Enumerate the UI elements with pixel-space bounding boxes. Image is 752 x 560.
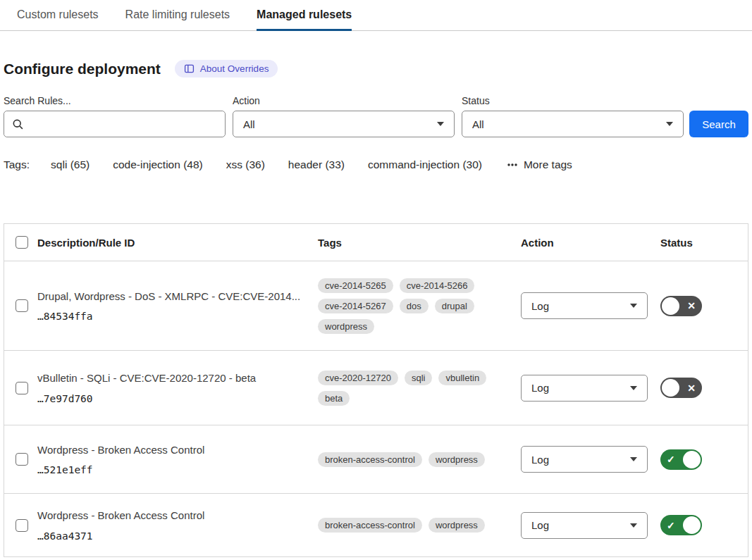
more-tags-button[interactable]: More tags — [507, 158, 572, 171]
chevron-down-icon — [630, 457, 637, 461]
chevron-down-icon — [666, 122, 673, 126]
col-header-tags: Tags — [318, 237, 521, 249]
tag-pill: broken-access-control — [318, 452, 422, 467]
rule-id: …521e1eff — [37, 464, 304, 475]
tag-pill: broken-access-control — [318, 518, 422, 533]
rule-tags: cve-2014-5265 cve-2014-5266 cve-2014-526… — [318, 278, 521, 334]
tags-bar: Tags: sqli (65) code-injection (48) xss … — [4, 158, 748, 171]
tab-rate-limiting-rulesets[interactable]: Rate limiting rulesets — [125, 0, 230, 31]
tag-pill: wordpress — [429, 452, 485, 467]
table-header-row: Description/Rule ID Tags Action Status — [4, 224, 748, 261]
rule-description: Wordpress - Broken Access Control — [37, 509, 304, 523]
tag-pill: cve-2014-5266 — [400, 278, 475, 293]
header-row: Configure deployment About Overrides — [4, 60, 748, 77]
row-action-value: Log — [531, 382, 549, 394]
search-button[interactable]: Search — [689, 111, 748, 137]
toggle-knob — [662, 379, 679, 397]
tags-bar-label: Tags: — [4, 158, 30, 171]
tag-filter-header[interactable]: header (33) — [288, 158, 345, 171]
tag-filter-command-injection[interactable]: command-injection (30) — [368, 158, 482, 171]
rule-description: vBulletin - SQLi - CVE:CVE-2020-12720 - … — [37, 371, 304, 385]
toggle-knob — [662, 297, 679, 315]
row-action-select[interactable]: Log — [521, 512, 648, 539]
row-checkbox[interactable] — [16, 299, 28, 312]
col-header-status: Status — [660, 237, 748, 249]
tag-pill: cve-2020-12720 — [318, 371, 398, 385]
tag-pill: sqli — [405, 371, 433, 385]
chevron-down-icon — [437, 122, 444, 126]
tag-pill: beta — [318, 391, 350, 406]
action-filter-label: Action — [233, 95, 455, 106]
about-overrides-badge[interactable]: About Overrides — [175, 60, 278, 77]
rules-table: Description/Rule ID Tags Action Status D… — [4, 223, 748, 557]
status-filter-value: All — [472, 118, 484, 130]
col-header-description: Description/Rule ID — [37, 237, 318, 249]
toggle-knob — [683, 516, 701, 534]
main-content: Configure deployment About Overrides Sea… — [0, 60, 752, 557]
action-filter-value: All — [243, 118, 255, 130]
row-action-value: Log — [531, 519, 549, 531]
row-action-select[interactable]: Log — [521, 446, 648, 473]
select-all-checkbox[interactable] — [16, 236, 28, 249]
ruleset-tabbar: Custom rulesets Rate limiting rulesets M… — [0, 0, 752, 31]
tab-managed-rulesets[interactable]: Managed rulesets — [257, 0, 352, 31]
chevron-down-icon — [630, 386, 637, 390]
table-row: Wordpress - Broken Access Control …86aa4… — [4, 494, 748, 556]
chevron-down-icon — [630, 304, 637, 308]
book-icon — [184, 63, 195, 74]
search-rules-input[interactable] — [4, 111, 225, 137]
row-action-value: Log — [531, 454, 549, 466]
rule-id: …86aa4371 — [37, 530, 304, 542]
toggle-knob — [683, 451, 701, 468]
page-title: Configure deployment — [4, 61, 161, 77]
rule-description: Wordpress - Broken Access Control — [37, 443, 304, 457]
tag-filter-sqli[interactable]: sqli (65) — [51, 158, 90, 171]
row-action-value: Log — [531, 300, 549, 312]
ellipsis-icon — [507, 160, 518, 170]
check-icon: ✓ — [667, 520, 675, 530]
tag-pill: cve-2014-5267 — [318, 299, 393, 313]
chevron-down-icon — [630, 523, 637, 528]
row-action-select[interactable]: Log — [521, 375, 648, 402]
filter-row: Search Rules... Action All Status All — [4, 95, 748, 137]
tag-pill: cve-2014-5265 — [318, 278, 393, 293]
tag-pill: wordpress — [429, 518, 485, 533]
search-rules-label: Search Rules... — [4, 95, 226, 106]
tag-filter-code-injection[interactable]: code-injection (48) — [113, 158, 203, 171]
table-row: Drupal, Wordpress - DoS - XMLRPC - CVE:C… — [4, 261, 748, 351]
row-checkbox[interactable] — [16, 453, 28, 466]
status-filter-label: Status — [462, 95, 684, 106]
search-box — [4, 111, 226, 137]
col-header-action: Action — [521, 237, 660, 249]
check-icon: ✓ — [667, 454, 675, 464]
x-icon: ✕ — [687, 301, 696, 311]
search-icon — [12, 118, 24, 130]
status-filter-select[interactable]: All — [462, 111, 684, 137]
status-toggle[interactable]: ✕ ✓ — [660, 378, 702, 398]
tag-pill: dos — [400, 299, 429, 313]
tag-filter-xss[interactable]: xss (36) — [226, 158, 265, 171]
x-icon: ✕ — [687, 382, 696, 392]
rule-tags: broken-access-control wordpress — [318, 518, 521, 533]
status-toggle[interactable]: ✕ ✓ — [660, 515, 702, 535]
rule-description: Drupal, Wordpress - DoS - XMLRPC - CVE:C… — [37, 290, 304, 304]
row-checkbox[interactable] — [16, 519, 28, 532]
action-filter-select[interactable]: All — [233, 111, 455, 137]
table-row: vBulletin - SQLi - CVE:CVE-2020-12720 - … — [4, 351, 748, 425]
status-toggle[interactable]: ✕ ✓ — [660, 449, 702, 470]
rule-id: …84534ffa — [37, 311, 304, 322]
more-tags-label: More tags — [524, 158, 572, 171]
row-action-select[interactable]: Log — [521, 292, 648, 319]
rule-id: …7e97d760 — [37, 393, 304, 404]
rule-tags: cve-2020-12720 sqli vbulletin beta — [318, 371, 521, 406]
rule-tags: broken-access-control wordpress — [318, 452, 521, 467]
tag-pill: wordpress — [318, 319, 374, 334]
status-toggle[interactable]: ✕ ✓ — [660, 296, 702, 316]
table-row: Wordpress - Broken Access Control …521e1… — [4, 425, 748, 494]
tag-pill: vbulletin — [438, 371, 486, 385]
tag-pill: drupal — [435, 299, 474, 313]
about-overrides-label: About Overrides — [200, 63, 269, 74]
row-checkbox[interactable] — [16, 382, 28, 394]
tab-custom-rulesets[interactable]: Custom rulesets — [17, 0, 99, 31]
